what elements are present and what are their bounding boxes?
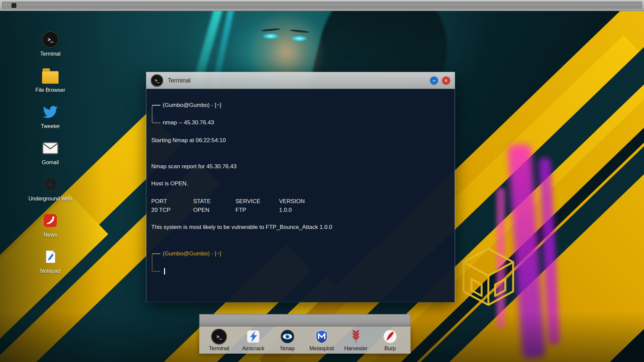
terminal-window: >_ Terminal − ✕ (Gumbo@Gumbo) - [~] nmap… — [146, 72, 455, 302]
cell-service: FTP — [235, 206, 279, 215]
desktop-icon-file-browser[interactable]: File Browser — [29, 67, 72, 93]
terminal-titlebar[interactable]: >_ Terminal − ✕ — [146, 72, 455, 89]
minimize-button[interactable]: − — [430, 76, 438, 84]
desktop-icon-label: News — [44, 232, 57, 238]
prompt-bracket — [152, 105, 161, 123]
panel-glyph-icon — [11, 3, 16, 8]
prompt-user: (Gumbo@Gumbo) - [~] — [163, 249, 221, 258]
dock-item-nmap[interactable]: Nmap — [270, 328, 305, 352]
prompt-block-active: (Gumbo@Gumbo) - [~] — [151, 249, 221, 276]
prompt-user: (Gumbo@Gumbo) - [~] — [163, 101, 221, 110]
prompt-command: nmap -- 45.30.76.43 — [163, 118, 221, 127]
nmap-report-line: Nmap scan report for 45.30.76.43 — [151, 162, 449, 171]
desktop-icon-label: Underground Web — [29, 196, 72, 202]
desktop-icon-label: Terminal — [40, 51, 60, 57]
cell-state: OPEN — [193, 206, 235, 215]
burp-flame-icon — [382, 328, 398, 345]
desktop-icon-label: File Browser — [36, 87, 65, 93]
col-port: PORT — [151, 197, 193, 206]
bird-icon — [42, 103, 59, 121]
col-state: STATE — [193, 197, 235, 206]
window-controls: − ✕ — [430, 76, 450, 84]
dock-item-label: Terminal — [209, 346, 229, 352]
desktop-icon-terminal[interactable]: >_ Terminal — [29, 31, 72, 57]
desktop-icon-label: Tweeter — [41, 123, 60, 129]
table-row: 20 TCP OPEN FTP 1.0.0 — [151, 206, 449, 215]
prompt-input-line[interactable] — [163, 267, 221, 276]
desktop-icon-underground-web[interactable]: Underground Web — [29, 176, 72, 202]
dock-item-label: Nmap — [280, 346, 295, 352]
folder-icon — [42, 67, 59, 84]
dock-item-label: Harvester — [344, 346, 367, 352]
metasploit-shield-icon — [314, 328, 330, 345]
dock-item-label: Airocrack — [242, 346, 265, 352]
news-icon — [42, 212, 59, 229]
desktop-icon-label: Notepad — [40, 268, 61, 274]
window-title: Terminal — [168, 77, 191, 84]
dock-item-burp[interactable]: Burp — [373, 328, 407, 352]
cell-port: 20 TCP — [151, 206, 193, 215]
aircrack-bolt-icon — [245, 328, 261, 345]
desktop-icon-tweeter[interactable]: Tweeter — [29, 103, 72, 129]
col-service: SERVICE — [235, 197, 279, 206]
col-version: VERSION — [279, 197, 305, 206]
table-header-row: PORT STATE SERVICE VERSION — [151, 197, 449, 206]
top-panel-inset — [2, 2, 642, 9]
vulnerability-line: This system is most likely to be vulnera… — [151, 223, 449, 232]
dock-item-harvester[interactable]: Harvester — [339, 328, 373, 352]
minimize-icon: − — [433, 78, 436, 83]
dock-item-label: Burp — [384, 346, 396, 352]
nmap-start-line: Starting Nmap at 06:22:54:10 — [151, 136, 449, 145]
prompt-spacer — [163, 258, 221, 267]
notepad-icon — [42, 248, 59, 265]
scan-results-table: PORT STATE SERVICE VERSION 20 TCP OPEN F… — [151, 197, 449, 215]
terminal-icon: >_ — [211, 328, 227, 345]
host-state-line: Host is OPEN. — [151, 179, 449, 188]
top-panel — [0, 0, 644, 11]
cell-version: 1.0.0 — [279, 206, 292, 215]
desktop-icon-list: >_ Terminal File Browser Tweeter Gomail — [29, 31, 72, 274]
close-icon: ✕ — [444, 78, 448, 83]
desktop-icon-gomail[interactable]: Gomail — [29, 139, 72, 166]
dock-item-label: Metasploit — [310, 346, 334, 352]
terminal-icon: >_ — [151, 74, 163, 86]
close-button[interactable]: ✕ — [442, 76, 450, 84]
envelope-icon — [42, 139, 59, 157]
prompt-block: (Gumbo@Gumbo) - [~] nmap -- 45.30.76.43 — [151, 101, 221, 127]
dark-web-icon — [42, 176, 59, 193]
harvester-wheat-icon — [348, 328, 364, 345]
dock-shelf — [199, 314, 411, 326]
terminal-cursor — [164, 268, 165, 275]
prompt-bracket — [152, 254, 161, 271]
dock-item-terminal[interactable]: >_ Terminal — [202, 328, 236, 352]
nmap-eye-icon — [279, 328, 296, 345]
desktop-icon-news[interactable]: News — [29, 212, 72, 238]
desktop-icon-notepad[interactable]: Notepad — [29, 248, 72, 274]
dock-item-metasploit[interactable]: Metasploit — [305, 328, 339, 352]
terminal-icon: >_ — [42, 31, 59, 48]
dock-item-airocrack[interactable]: Airocrack — [236, 328, 270, 352]
prompt-spacer — [163, 110, 221, 118]
desktop-icon-label: Gomail — [42, 160, 59, 166]
terminal-output-area[interactable]: (Gumbo@Gumbo) - [~] nmap -- 45.30.76.43 … — [146, 89, 455, 302]
dock: >_ Terminal Airocrack Nmap Metasploit — [199, 326, 411, 354]
